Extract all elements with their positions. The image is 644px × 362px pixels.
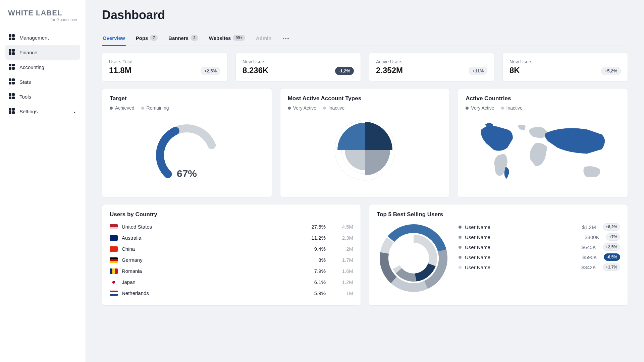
- grid-icon: [9, 49, 15, 56]
- delta-badge: +5,2%: [601, 67, 621, 75]
- top-users-donut: [377, 221, 450, 295]
- tab-overview[interactable]: Overview: [102, 32, 126, 46]
- user-name: User Name: [465, 264, 569, 270]
- gauge-value: 67%: [177, 168, 197, 179]
- tab-pops[interactable]: Pops7: [135, 32, 158, 46]
- chevron-down-icon: ⌄: [72, 108, 77, 114]
- user-row: User Name$590K-6,5%: [459, 253, 620, 261]
- stat-value: 11.8M: [109, 66, 132, 75]
- sidebar-item-label: Tools: [19, 94, 31, 100]
- country-percent: 11.2%: [302, 235, 326, 241]
- sidebar-item-label: Stats: [19, 79, 31, 85]
- sidebar-item-label: Finance: [19, 50, 37, 55]
- badge: 2: [191, 35, 198, 41]
- tabs: OverviewPops7Banners2Websites99+Admin: [102, 32, 628, 46]
- country-count: 1.7M: [330, 257, 353, 263]
- country-name: Netherlands: [122, 290, 298, 296]
- stat-card: Users Total11.8M+2,5%: [102, 53, 227, 81]
- grid-icon: [9, 64, 15, 70]
- page-title: Dashboard: [102, 8, 628, 22]
- grid-icon: [9, 34, 15, 41]
- country-percent: 7.9%: [302, 268, 326, 274]
- legend: Achieved Remaining: [110, 105, 264, 111]
- sidebar-item-accounting[interactable]: Accounting: [5, 60, 80, 74]
- stat-label: New Users: [243, 59, 268, 64]
- target-card: Target Achieved Remaining 67%: [102, 88, 272, 197]
- country-count: 1.6M: [330, 268, 353, 274]
- user-row: User Name$645K+2,5%: [459, 243, 620, 251]
- delta-badge: +1,7%: [603, 263, 620, 271]
- brand-title: WHITE LABEL: [8, 9, 77, 17]
- sidebar-item-label: Accounting: [19, 64, 44, 70]
- country-count: 1M: [330, 290, 353, 296]
- country-row: United States27.5%4.5M: [110, 221, 353, 232]
- user-name: User Name: [465, 224, 569, 230]
- stats-row: Users Total11.8M+2,5%New Users8.236K-1,2…: [102, 53, 628, 81]
- user-row: User Name$342K+1,7%: [459, 263, 620, 271]
- delta-badge: +11%: [469, 67, 487, 75]
- tab-banners[interactable]: Banners2: [168, 32, 199, 46]
- delta-badge: +2,5%: [201, 67, 220, 75]
- user-amount: $342K: [573, 264, 596, 270]
- main-content: Dashboard OverviewPops7Banners2Websites9…: [86, 0, 644, 362]
- flag-icon: [110, 235, 118, 241]
- country-count: 4.5M: [330, 224, 353, 230]
- user-dot-icon: [459, 256, 462, 259]
- stat-value: 8K: [509, 66, 532, 75]
- delta-badge: +8,2%: [603, 223, 620, 231]
- card-title: Users by Country: [110, 211, 353, 218]
- world-map: [466, 115, 620, 189]
- country-percent: 9.4%: [302, 246, 326, 252]
- legend: Very Active Inactive: [288, 105, 442, 111]
- sidebar: WHITE LABEL for Goadserver ManagementFin…: [0, 0, 86, 362]
- card-title: Most Active Account Types: [288, 95, 442, 102]
- stat-label: Users Total: [109, 59, 132, 64]
- sidebar-item-settings[interactable]: Settings⌄: [5, 104, 80, 119]
- flag-icon: [110, 280, 118, 285]
- user-dot-icon: [459, 246, 462, 249]
- legend-achieved: Achieved: [110, 105, 135, 111]
- sidebar-item-label: Management: [19, 35, 49, 41]
- country-percent: 6.1%: [302, 279, 326, 285]
- flag-icon: [110, 257, 118, 263]
- more-tabs-icon[interactable]: [281, 35, 290, 43]
- delta-badge: -6,5%: [604, 253, 620, 261]
- target-gauge: 67%: [110, 115, 264, 184]
- user-dot-icon: [459, 236, 462, 239]
- stat-label: Active Users: [376, 59, 403, 64]
- user-name: User Name: [465, 254, 570, 260]
- stat-card: New Users8.236K-1,2%: [235, 53, 361, 81]
- tab-websites[interactable]: Websites99+: [208, 32, 246, 46]
- legend-remaining: Remaining: [141, 105, 169, 111]
- brand-logo: WHITE LABEL for Goadserver: [5, 7, 80, 30]
- sidebar-item-label: Settings: [19, 109, 38, 114]
- user-row: User Name$800K+7%: [459, 233, 620, 241]
- grid-icon: [9, 93, 15, 100]
- country-name: Australia: [122, 235, 298, 241]
- country-name: Romania: [122, 268, 298, 274]
- country-percent: 8%: [302, 257, 326, 263]
- country-row: Netherlands5.9%1M: [110, 288, 353, 299]
- sidebar-item-tools[interactable]: Tools: [5, 89, 80, 104]
- stat-card: New Users8K+5,2%: [502, 53, 628, 81]
- flag-icon: [110, 224, 118, 230]
- account-types-card: Most Active Account Types Very Active In…: [280, 88, 450, 197]
- user-amount: $590K: [574, 254, 597, 260]
- user-name: User Name: [465, 234, 573, 240]
- country-count: 2.3M: [330, 235, 353, 241]
- country-row: Romania7.9%1.6M: [110, 265, 353, 277]
- stat-label: New Users: [509, 59, 532, 64]
- country-count: 1.2M: [330, 279, 353, 285]
- sidebar-item-finance[interactable]: Finance: [5, 45, 80, 60]
- card-title: Target: [110, 95, 264, 102]
- tab-admin: Admin: [255, 32, 272, 46]
- flag-icon: [110, 268, 118, 274]
- sidebar-item-management[interactable]: Management: [5, 30, 80, 45]
- user-amount: $1.2M: [573, 224, 596, 230]
- country-name: United States: [122, 224, 298, 230]
- badge: 7: [150, 35, 158, 41]
- country-name: Germany: [122, 257, 298, 263]
- countries-card: Active Countries Very Active Inactive: [458, 88, 628, 197]
- user-name: User Name: [465, 244, 569, 250]
- sidebar-item-stats[interactable]: Stats: [5, 74, 80, 89]
